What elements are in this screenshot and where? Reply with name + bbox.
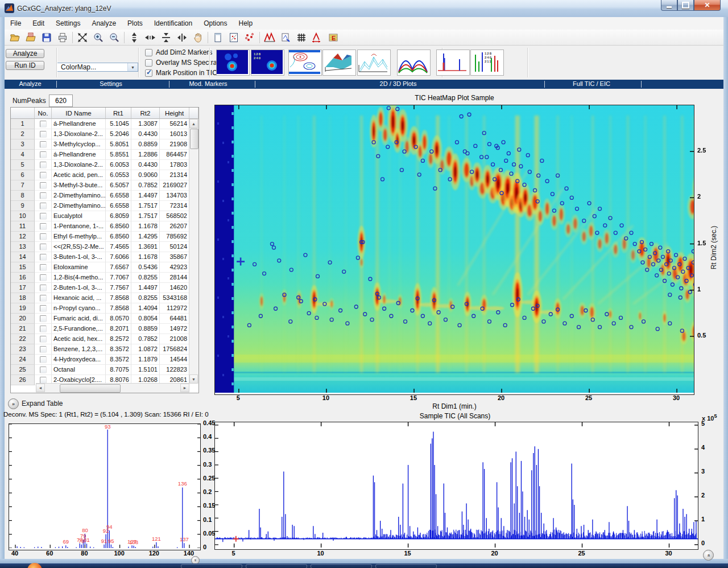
- analyze-button[interactable]: Analyze: [6, 49, 44, 58]
- cell-rt1[interactable]: 5.8051: [106, 139, 131, 150]
- column-header-rt1[interactable]: Rt1: [106, 108, 131, 119]
- row-checkbox-cell[interactable]: [35, 262, 52, 273]
- row-checkbox[interactable]: [40, 367, 47, 373]
- thumb-contour[interactable]: [288, 50, 322, 76]
- row-checkbox-cell[interactable]: [35, 334, 52, 344]
- row-checkbox[interactable]: [40, 182, 47, 189]
- row-checkbox[interactable]: [40, 244, 47, 250]
- row-checkbox[interactable]: [40, 172, 47, 179]
- row-checkbox-cell[interactable]: [35, 252, 52, 262]
- collapse-horizontal-button[interactable]: [174, 30, 190, 45]
- row-checkbox-cell[interactable]: [35, 191, 52, 201]
- cell-id-name[interactable]: Acetic acid, hex...: [52, 334, 106, 344]
- cell-rt1[interactable]: 5.2046: [106, 129, 131, 139]
- checkbox-mark-position-in-tic[interactable]: Mark Position in TIC: [145, 69, 217, 77]
- cell-id-name[interactable]: 2,5-Furandione,...: [52, 324, 106, 334]
- menu-item-help[interactable]: Help: [233, 17, 259, 30]
- cell-rt2[interactable]: 0.4430: [131, 129, 160, 139]
- open-file-button[interactable]: [7, 30, 23, 45]
- overlay-peaks-button[interactable]: [262, 30, 278, 45]
- cell-rt2[interactable]: 1.1879: [131, 355, 160, 365]
- import-file-button[interactable]: [23, 30, 39, 45]
- row-checkbox-cell[interactable]: [35, 344, 52, 355]
- checkbox-add-dim2-markers[interactable]: Add Dim2 Markers: [145, 48, 212, 56]
- checkbox-overlay-ms-spectra[interactable]: Overlay MS Spectra: [145, 59, 217, 67]
- cell-height[interactable]: 64481: [160, 314, 189, 324]
- row-checkbox[interactable]: [40, 336, 47, 343]
- row-checkbox-cell[interactable]: [35, 293, 52, 303]
- vertical-scrollbar[interactable]: ▲ ▼: [189, 119, 198, 384]
- row-checkbox-cell[interactable]: [35, 160, 52, 170]
- taskbar-button[interactable]: [375, 564, 437, 568]
- row-checkbox[interactable]: [40, 295, 47, 302]
- row-checkbox-cell[interactable]: [35, 129, 52, 139]
- row-checkbox[interactable]: [40, 141, 47, 148]
- row-checkbox-cell[interactable]: [35, 324, 52, 334]
- cell-rt1[interactable]: 6.8560: [106, 232, 131, 242]
- cell-rt2[interactable]: 1.7517: [131, 201, 160, 211]
- cell-rt1[interactable]: 8.3572: [106, 344, 131, 355]
- cell-rt1[interactable]: 7.6567: [106, 262, 131, 273]
- cell-height[interactable]: 1756824: [160, 344, 189, 355]
- row-checkbox[interactable]: [40, 346, 47, 353]
- maximize-button[interactable]: [677, 0, 694, 11]
- table-row[interactable]: 33-Methylcyclop...5.80510.885921908: [11, 139, 198, 150]
- scroll-left-icon[interactable]: ◄: [36, 384, 45, 392]
- sample-tic-plot[interactable]: [214, 422, 698, 550]
- cell-rt2[interactable]: 1.4295: [131, 232, 160, 242]
- table-row[interactable]: 23Benzene, 1,2,3,...8.35721.08721756824: [11, 344, 198, 355]
- row-checkbox-cell[interactable]: [35, 170, 52, 180]
- cell-height[interactable]: 21314: [160, 170, 189, 180]
- cell-rt2[interactable]: 0.9060: [131, 170, 160, 180]
- row-checkbox[interactable]: [40, 121, 47, 127]
- row-checkbox[interactable]: [40, 377, 47, 384]
- menu-item-analyze[interactable]: Analyze: [86, 17, 122, 30]
- cell-id-name[interactable]: 3-Methyl-3-bute...: [52, 180, 106, 191]
- row-checkbox[interactable]: [40, 233, 47, 240]
- cell-rt2[interactable]: 0.8255: [131, 273, 160, 283]
- expand-horizontal-button[interactable]: [142, 30, 158, 45]
- row-checkbox[interactable]: [40, 151, 47, 158]
- portrait-view-button[interactable]: [210, 30, 226, 45]
- cell-height[interactable]: 568502: [160, 211, 189, 221]
- cell-id-name[interactable]: Eucalyptol: [52, 211, 106, 221]
- cell-id-name[interactable]: n-Propyl cyano...: [52, 303, 106, 314]
- table-row[interactable]: 18Hexanoic acid, ...7.85680.82555343168: [11, 293, 198, 303]
- save-button[interactable]: [39, 30, 55, 45]
- row-checkbox-cell[interactable]: [35, 273, 52, 283]
- cell-rt1[interactable]: 6.8560: [106, 221, 131, 232]
- row-checkbox[interactable]: [40, 254, 47, 261]
- cell-id-name[interactable]: 4-Hydroxydeca...: [52, 355, 106, 365]
- row-checkbox-cell[interactable]: [35, 232, 52, 242]
- diagonal-view-button[interactable]: [226, 30, 242, 45]
- row-checkbox[interactable]: [40, 264, 47, 271]
- peak-width-button[interactable]: [309, 30, 325, 45]
- cell-rt1[interactable]: 8.2071: [106, 324, 131, 334]
- row-checkbox-cell[interactable]: [35, 139, 52, 150]
- menu-item-options[interactable]: Options: [198, 17, 233, 30]
- table-row[interactable]: 143-Buten-1-ol, 3-...7.60661.167835867: [11, 252, 198, 262]
- cell-height[interactable]: 2169027: [160, 180, 189, 191]
- title-bar[interactable]: GCxGC_Analyzer: ylang_12eV: [0, 0, 728, 18]
- cell-id-name[interactable]: Ethyl 6-methylp...: [52, 232, 106, 242]
- thumb-eic[interactable]: 128240211: [470, 50, 504, 76]
- row-checkbox[interactable]: [40, 203, 47, 209]
- table-row[interactable]: 82-Dimethylamino...6.65581.4497134703: [11, 191, 198, 201]
- scroll-right-icon[interactable]: ►: [180, 384, 189, 392]
- table-row[interactable]: 6Acetic acid, pen...6.05530.906021314: [11, 170, 198, 180]
- thumb-full-tic[interactable]: [436, 50, 470, 76]
- cell-id-name[interactable]: 1,3-Dioxolane-2...: [52, 129, 106, 139]
- expand-tic-button[interactable]: »: [703, 550, 714, 561]
- checkbox-box[interactable]: [145, 69, 152, 77]
- cell-id-name[interactable]: 2-Dimethylamino...: [52, 191, 106, 201]
- cell-id-name[interactable]: 1,3-Dioxolane-2...: [52, 160, 106, 170]
- cell-height[interactable]: 122823: [160, 365, 189, 375]
- expand-vertical-button[interactable]: [126, 30, 142, 45]
- taskbar-button[interactable]: [246, 564, 307, 568]
- cell-rt2[interactable]: 1.0872: [131, 344, 160, 355]
- row-checkbox[interactable]: [40, 213, 47, 220]
- cell-height[interactable]: 14620: [160, 283, 189, 293]
- table-row[interactable]: 21,3-Dioxolane-2...5.20460.443016013: [11, 129, 198, 139]
- thumb-surface[interactable]: [322, 50, 356, 76]
- cell-id-name[interactable]: 1-Pentanone, 1-...: [52, 221, 106, 232]
